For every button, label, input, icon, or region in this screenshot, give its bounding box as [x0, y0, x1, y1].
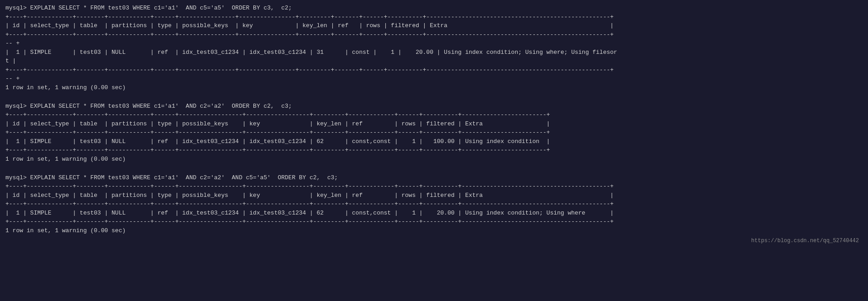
table-header-border-2: +----+-------------+--------+-----------…: [5, 128, 863, 137]
table-border-bottom-1: +----+-------------+--------+-----------…: [5, 66, 863, 75]
blank-line-1: [5, 93, 863, 102]
table-header-border-1: +----+-------------+--------+-----------…: [5, 30, 863, 39]
query-block-2: mysql> EXPLAIN SELECT * FROM test03 WHER…: [5, 102, 863, 164]
table-header-3: | id | select_type | table | partitions …: [5, 191, 863, 200]
command-line-2: mysql> EXPLAIN SELECT * FROM test03 WHER…: [5, 102, 863, 111]
table-border-top-1: +----+-------------+--------+-----------…: [5, 13, 863, 22]
blank-line-2: [5, 164, 863, 173]
table-header-1: | id | select_type | table | partitions …: [5, 21, 863, 30]
result-info-1: 1 row in set, 1 warning (0.00 sec): [5, 83, 863, 92]
query-block-3: mysql> EXPLAIN SELECT * FROM test03 WHER…: [5, 173, 863, 235]
table-header-border-3: +----+-------------+--------+-----------…: [5, 200, 863, 209]
table-data-1: | 1 | SIMPLE | test03 | NULL | ref | idx…: [5, 48, 863, 57]
result-info-3: 1 row in set, 1 warning (0.00 sec): [5, 226, 863, 235]
table-border-top-3: +----+-------------+--------+-----------…: [5, 182, 863, 191]
table-data-3: | 1 | SIMPLE | test03 | NULL | ref | idx…: [5, 209, 863, 218]
table-header-2: | id | select_type | table | partitions …: [5, 119, 863, 129]
command-line-3: mysql> EXPLAIN SELECT * FROM test03 WHER…: [5, 173, 863, 182]
table-row-1a: -- +: [5, 39, 863, 48]
table-border-bottom-3: +----+-------------+--------+-----------…: [5, 217, 863, 226]
command-line-1: mysql> EXPLAIN SELECT * FROM test03 WHER…: [5, 4, 863, 13]
table-border-top-2: +----+-------------+--------+-----------…: [5, 110, 863, 119]
terminal-window: mysql> EXPLAIN SELECT * FROM test03 WHER…: [5, 4, 863, 245]
query-block-1: mysql> EXPLAIN SELECT * FROM test03 WHER…: [5, 4, 863, 92]
table-footer-border-1: -- +: [5, 74, 863, 83]
footer-link: https://blog.csdn.net/qq_52740442: [5, 237, 863, 245]
table-data-1b: t |: [5, 57, 863, 66]
table-data-2: | 1 | SIMPLE | test03 | NULL | ref | idx…: [5, 137, 863, 146]
table-border-bottom-2: +----+-------------+--------+-----------…: [5, 146, 863, 155]
result-info-2: 1 row in set, 1 warning (0.00 sec): [5, 155, 863, 164]
